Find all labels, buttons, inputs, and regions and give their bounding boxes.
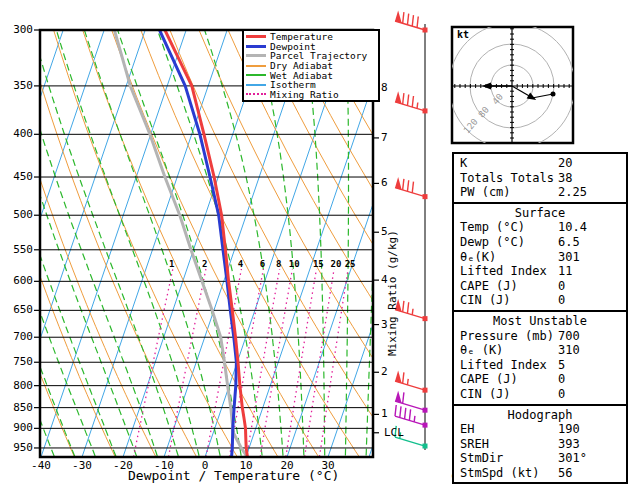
panel-row: θₑ(K)301: [454, 250, 626, 265]
panel-section-title: Surface: [454, 206, 626, 221]
panel-row-label: CIN (J): [460, 387, 511, 401]
panel-row-value: 700: [558, 329, 580, 344]
panel-row: Dewp (°C)6.5: [454, 235, 626, 250]
legend-label: Temperature: [270, 32, 333, 41]
panel-section-title: Hodograph: [454, 408, 626, 423]
panel-row-value: 0: [558, 372, 565, 387]
legend-label: Isotherm: [270, 80, 316, 89]
panel-row-label: θₑ (K): [460, 343, 503, 357]
panel-row-value: 301: [558, 250, 580, 265]
legend-item: Dry Adiabat: [246, 61, 378, 71]
stats-panel: K20Totals Totals38PW (cm)2.25SurfaceTemp…: [452, 152, 628, 484]
panel-row-value: 0: [558, 293, 565, 308]
panel-row: StmSpd (kt)56: [454, 466, 626, 481]
panel-row-label: Lifted Index: [460, 358, 547, 372]
panel-row-label: PW (cm): [460, 185, 511, 199]
panel-row-label: StmDir: [460, 451, 503, 465]
panel-row-label: Totals Totals: [460, 171, 554, 185]
x-axis-title: Dewpoint / Temperature (°C): [128, 468, 339, 483]
legend-swatch-isotherm: [246, 84, 266, 86]
legend-swatch-temperature: [246, 35, 266, 38]
panel-row: CAPE (J)0: [454, 372, 626, 387]
panel-row-label: EH: [460, 422, 474, 436]
panel-row-label: θₑ(K): [460, 250, 496, 264]
panel-row-value: 38: [558, 171, 572, 186]
panel-row-label: SREH: [460, 437, 489, 451]
panel-row-value: 2.25: [558, 185, 587, 200]
panel-row: CAPE (J)0: [454, 279, 626, 294]
panel-row: Temp (°C)10.4: [454, 220, 626, 235]
mixing-ratio-axis-title: Mixing Ratio (g/kg): [386, 230, 399, 356]
panel-row-value: 10.4: [558, 220, 587, 235]
panel-row: EH190: [454, 422, 626, 437]
panel-row: SREH393: [454, 437, 626, 452]
panel-row-value: 11: [558, 264, 572, 279]
panel-box-hodograph-stats: HodographEH190SREH393StmDir301°StmSpd (k…: [452, 404, 628, 485]
panel-row-label: CAPE (J): [460, 279, 518, 293]
panel-row: Totals Totals38: [454, 171, 626, 186]
panel-box-indices: K20Totals Totals38PW (cm)2.25: [452, 152, 628, 204]
hodograph-unit-label: kt: [457, 29, 469, 40]
panel-row: Pressure (mb)700: [454, 329, 626, 344]
panel-box-surface: SurfaceTemp (°C)10.4Dewp (°C)6.5θₑ(K)301…: [452, 202, 628, 312]
panel-row-value: 393: [558, 437, 580, 452]
panel-row-value: 190: [558, 422, 580, 437]
panel-row-label: Lifted Index: [460, 264, 547, 278]
panel-row-label: Dewp (°C): [460, 235, 525, 249]
panel-row: Lifted Index11: [454, 264, 626, 279]
panel-row-label: Pressure (mb): [460, 329, 554, 343]
legend-label: Dry Adiabat: [270, 61, 333, 70]
panel-row: CIN (J)0: [454, 293, 626, 308]
panel-box-most-unstable: Most UnstablePressure (mb)700θₑ (K)310Li…: [452, 310, 628, 406]
legend-swatch-parcel-trajectory: [246, 54, 266, 57]
skewt-sounding-screen: hPa 57°12'N 357°12'W 54m ASL km ASL 05.0…: [0, 0, 629, 486]
panel-row: K20: [454, 156, 626, 171]
legend-label: Mixing Ratio: [270, 90, 339, 99]
panel-row-value: 301°: [558, 451, 587, 466]
panel-row-label: StmSpd (kt): [460, 466, 539, 480]
hodograph: 4080120: [449, 23, 575, 149]
panel-row: StmDir301°: [454, 451, 626, 466]
panel-section-title: Most Unstable: [454, 314, 626, 329]
legend-swatch-wet-adiabat: [246, 74, 266, 76]
panel-row: CIN (J)0: [454, 387, 626, 402]
legend: TemperatureDewpointParcel TrajectoryDry …: [242, 29, 380, 102]
panel-row-value: 56: [558, 466, 572, 481]
legend-swatch-dewpoint: [246, 45, 266, 48]
legend-item: Mixing Ratio: [246, 90, 378, 100]
panel-row: PW (cm)2.25: [454, 185, 626, 200]
panel-row-label: K: [460, 156, 467, 170]
panel-row: θₑ (K)310: [454, 343, 626, 358]
panel-row-label: CAPE (J): [460, 372, 518, 386]
panel-row-value: 6.5: [558, 235, 580, 250]
panel-row-value: 0: [558, 279, 565, 294]
legend-swatch-mixing-ratio: [246, 93, 266, 95]
legend-swatch-dry-adiabat: [246, 65, 266, 67]
panel-row-value: 5: [558, 358, 565, 373]
panel-row-label: Temp (°C): [460, 220, 525, 234]
panel-row-value: 0: [558, 387, 565, 402]
panel-row-label: CIN (J): [460, 293, 511, 307]
panel-row-value: 310: [558, 343, 580, 358]
panel-row: Lifted Index5: [454, 358, 626, 373]
panel-row-value: 20: [558, 156, 572, 171]
